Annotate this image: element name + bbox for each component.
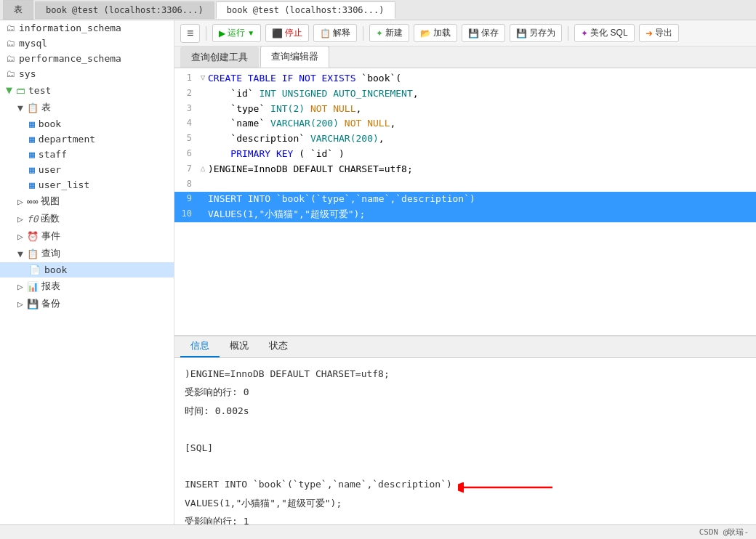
code-line-7: 7 △ )ENGINE=InnoDB DEFAULT CHARSET=utf8;: [174, 162, 756, 177]
sidebar-item-information-schema[interactable]: 🗂 information_schema: [0, 20, 174, 36]
tab-book-2[interactable]: book @test (localhost:3306...): [216, 1, 395, 19]
explain-button[interactable]: 📋 解释: [313, 24, 357, 42]
load-icon: 📂: [420, 28, 431, 38]
sidebar-item-label: staff: [39, 149, 67, 160]
sidebar: 🗂 information_schema 🗂 mysql 🗂 performan…: [0, 20, 174, 524]
code-editor[interactable]: 1 ▽ CREATE TABLE IF NOT EXISTS `book`( 2…: [174, 68, 756, 336]
top-tab-bar: 表 book @test (localhost:3306...) book @t…: [0, 0, 756, 20]
sidebar-item-label: performance_schema: [19, 53, 121, 64]
toolbar-divider-1: [206, 26, 206, 41]
result-tab-info[interactable]: 信息: [180, 336, 220, 357]
status-text: CSDN @耿瑞-: [699, 527, 749, 538]
result-line3: 时间: 0.002s: [185, 402, 746, 419]
new-button[interactable]: ✦ 新建: [369, 24, 409, 42]
result-line2: 受影响的行: 0: [185, 384, 746, 400]
run-label: 运行: [228, 27, 245, 39]
beautify-label: 美化 SQL: [590, 27, 627, 39]
sidebar-item-table-book[interactable]: ▦ book: [0, 116, 174, 131]
sidebar-item-events-group[interactable]: ▷ ⏰ 事件: [0, 227, 174, 245]
sidebar-item-functions-group[interactable]: ▷ f0 函数: [0, 210, 174, 227]
sidebar-item-label: mysql: [19, 38, 47, 49]
sub-tab-query-editor[interactable]: 查询编辑器: [260, 46, 329, 68]
sidebar-item-queries-group[interactable]: ▼ 📋 查询: [0, 245, 174, 262]
run-button[interactable]: ▶ 运行 ▼: [212, 24, 261, 42]
sidebar-item-label: 函数: [41, 212, 60, 225]
sidebar-item-backup-group[interactable]: ▷ 💾 备份: [0, 295, 174, 312]
red-arrow-icon: [458, 477, 560, 498]
sub-tabs: 查询创建工具 查询编辑器: [174, 46, 756, 68]
sidebar-item-reports-group[interactable]: ▷ 📊 报表: [0, 277, 174, 295]
sidebar-item-table-department[interactable]: ▦ department: [0, 131, 174, 147]
right-panel: ≡ ▶ 运行 ▼ ⬛ 停止 📋 解释 ✦ 新建 📂: [174, 20, 756, 524]
save-button[interactable]: 💾 保存: [462, 24, 505, 42]
result-insert-line2: VALUES(1,"小猫猫","超级可爱");: [185, 495, 452, 511]
toolbar: ≡ ▶ 运行 ▼ ⬛ 停止 📋 解释 ✦ 新建 📂: [174, 20, 756, 46]
main-layout: 🗂 information_schema 🗂 mysql 🗂 performan…: [0, 20, 756, 524]
sidebar-item-label: user_list: [39, 179, 89, 190]
sidebar-item-label: 备份: [41, 297, 60, 310]
db-open-icon: ▼: [6, 84, 12, 97]
group-collapse-icon: ▷: [17, 281, 23, 292]
export-icon: ➜: [646, 28, 653, 38]
sidebar-item-tables-group[interactable]: ▼ 📋 表: [0, 99, 174, 116]
code-line-3: 3 `type` INT(2) NOT NULL,: [174, 102, 756, 117]
sidebar-item-table-user[interactable]: ▦ user: [0, 162, 174, 177]
sub-tab-create-tool[interactable]: 查询创建工具: [180, 46, 259, 68]
sidebar-item-query-book[interactable]: 📄 book: [0, 262, 174, 277]
db-icon: 🗂: [6, 23, 15, 33]
result-tab-status[interactable]: 状态: [259, 336, 298, 357]
result-panel: 信息 概况 状态 )ENGINE=InnoDB DEFAULT CHARSET=…: [174, 336, 756, 524]
code-line-6: 6 PRIMARY KEY ( `id` ): [174, 147, 756, 162]
sidebar-item-label: user: [39, 164, 61, 175]
sidebar-item-table-user-list[interactable]: ▦ user_list: [0, 177, 174, 192]
code-line-2: 2 `id` INT UNSIGNED AUTO_INCREMENT,: [174, 86, 756, 102]
save-as-button[interactable]: 💾 另存为: [510, 24, 562, 42]
sidebar-item-label: information_schema: [19, 23, 121, 33]
save-label: 保存: [481, 27, 499, 39]
export-label: 导出: [655, 27, 672, 39]
menu-icon: ≡: [187, 27, 193, 40]
status-bar: CSDN @耿瑞-: [0, 524, 756, 539]
code-line-8: 8: [174, 177, 756, 192]
result-insert-line1: INSERT INTO `book`(`type`,`name`,`descri…: [185, 476, 452, 493]
load-button[interactable]: 📂 加载: [414, 24, 457, 42]
sidebar-item-label: sys: [19, 68, 36, 79]
sidebar-item-label: 表: [41, 101, 51, 114]
save-as-label: 另存为: [529, 27, 555, 39]
sidebar-item-mysql[interactable]: 🗂 mysql: [0, 36, 174, 51]
load-label: 加载: [433, 27, 451, 39]
stop-button[interactable]: ⬛ 停止: [265, 24, 309, 42]
sidebar-item-label: department: [39, 134, 95, 145]
result-empty: [185, 421, 746, 437]
result-line1: )ENGINE=InnoDB DEFAULT CHARSET=utf8;: [185, 365, 746, 382]
result-tabs: 信息 概况 状态: [174, 336, 756, 358]
run-dropdown-icon: ▼: [247, 29, 254, 37]
code-line-4: 4 `name` VARCHAR(200) NOT NULL,: [174, 116, 756, 131]
sidebar-item-views-group[interactable]: ▷ ∞∞ 视图: [0, 192, 174, 210]
result-insert-lines: INSERT INTO `book`(`type`,`name`,`descri…: [185, 476, 452, 513]
menu-button[interactable]: ≡: [180, 24, 200, 43]
save-as-icon: 💾: [516, 28, 527, 38]
code-line-10: 10 VALUES(1,"小猫猫","超级可爱");: [174, 207, 756, 222]
group-collapse-icon: ▷: [17, 214, 23, 224]
beautify-icon: ✦: [581, 28, 588, 38]
query-icon: 📄: [29, 264, 41, 275]
export-button[interactable]: ➜ 导出: [639, 24, 679, 42]
beautify-button[interactable]: ✦ 美化 SQL: [574, 24, 634, 42]
toolbar-divider-3: [568, 26, 568, 41]
sidebar-item-table-staff[interactable]: ▦ staff: [0, 147, 174, 162]
tab-table[interactable]: 表: [3, 0, 33, 20]
table-icon: ▦: [29, 179, 35, 190]
result-tab-overview[interactable]: 概况: [220, 336, 259, 357]
tab-book-1[interactable]: book @test (localhost:3306...): [35, 1, 214, 19]
explain-label: 解释: [333, 27, 350, 39]
sidebar-item-performance-schema[interactable]: 🗂 performance_schema: [0, 51, 174, 66]
group-collapse-icon: ▷: [17, 231, 23, 242]
sidebar-item-label: book: [39, 118, 61, 129]
toolbar-divider-2: [363, 26, 363, 41]
sidebar-item-sys[interactable]: 🗂 sys: [0, 66, 174, 81]
sidebar-item-label: book: [44, 264, 67, 275]
sidebar-item-test[interactable]: ▼ 🗃 test: [0, 81, 174, 99]
sidebar-item-label: 查询: [41, 247, 60, 260]
stop-icon: ⬛: [272, 28, 283, 38]
